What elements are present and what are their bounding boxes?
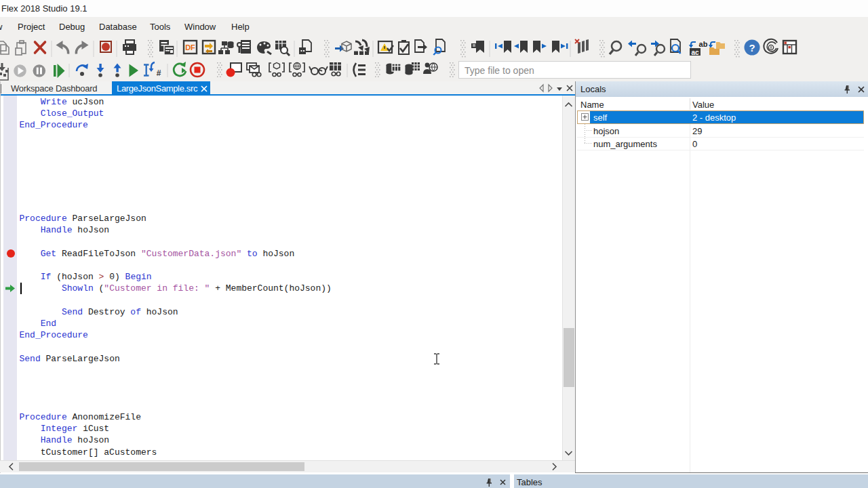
svg-text:ac: ac [691,49,699,56]
svg-text:?: ? [749,42,755,54]
svg-text:ab: ab [699,40,708,48]
svg-text:DF: DF [185,43,195,52]
svg-text:#: # [157,68,161,78]
